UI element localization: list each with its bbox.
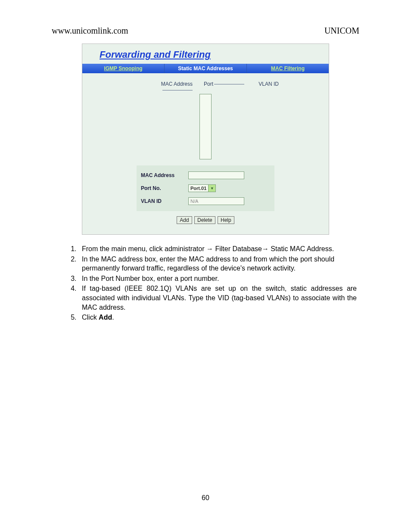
col-port: Port	[204, 81, 213, 87]
help-button[interactable]: Help	[218, 216, 234, 224]
col-mac-address: MAC Address	[161, 81, 193, 87]
panel-title[interactable]: Forwarding and Filtering	[100, 49, 211, 60]
arrow-icon: →	[262, 245, 269, 252]
col-vlan-id: VLAN ID	[258, 81, 279, 87]
port-no-select[interactable]: Port.01 ▾	[188, 184, 216, 192]
instruction-3: In the Port Number box, enter a port num…	[78, 274, 357, 283]
add-button[interactable]: Add	[177, 216, 192, 224]
instruction-1: From the main menu, click administrator …	[78, 244, 357, 254]
header-url: www.unicomlink.com	[52, 26, 128, 36]
delete-button[interactable]: Delete	[194, 216, 215, 224]
page-number: 60	[0, 494, 411, 502]
instruction-list: From the main menu, click administrator …	[52, 243, 359, 322]
tab-bar: IGMP Snooping Static MAC Addresses MAC F…	[82, 64, 329, 73]
vlan-id-input[interactable]	[188, 197, 244, 205]
embedded-screenshot: Forwarding and Filtering IGMP Snooping S…	[82, 44, 329, 235]
tab-igmp-snooping[interactable]: IGMP Snooping	[82, 64, 165, 73]
column-headers: MAC Address Port VLAN ID	[91, 78, 320, 94]
instruction-2: In the MAC address box, enter the MAC ad…	[78, 255, 357, 273]
tab-mac-filtering[interactable]: MAC Filtering	[247, 64, 329, 73]
arrow-icon: →	[206, 245, 213, 252]
instruction-5: Click Add.	[78, 313, 357, 322]
entry-form: MAC Address Port No. Port.01 ▾ VLAN ID	[137, 165, 274, 211]
chevron-down-icon: ▾	[208, 185, 215, 192]
port-no-value: Port.01	[189, 186, 208, 191]
mac-address-input[interactable]	[188, 171, 244, 179]
port-no-label: Port No.	[141, 185, 188, 191]
tab-static-mac[interactable]: Static MAC Addresses	[165, 64, 247, 73]
vlan-id-label: VLAN ID	[141, 198, 188, 204]
mac-listbox[interactable]	[199, 94, 212, 159]
header-brand: UNICOM	[324, 26, 359, 36]
mac-address-label: MAC Address	[141, 172, 188, 178]
instruction-4: If tag-based (IEEE 802.1Q) VLANs are set…	[78, 284, 357, 312]
